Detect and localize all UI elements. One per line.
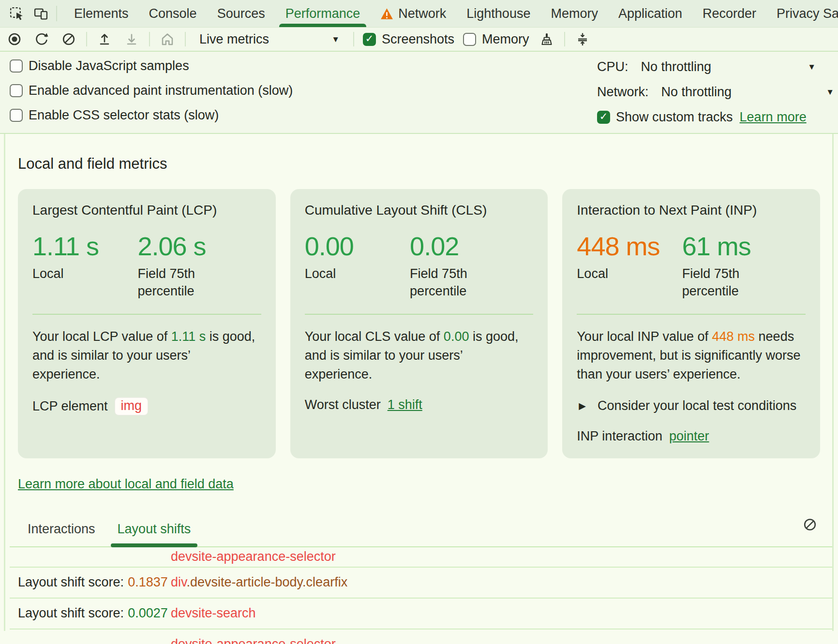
panel-right-border <box>832 134 834 631</box>
tab-performance[interactable]: Performance <box>275 0 371 27</box>
checkbox-box <box>463 33 476 46</box>
score-value: 0.0027 <box>124 606 168 620</box>
checkbox-label: Show custom tracks <box>616 110 733 125</box>
local-test-conditions-disclosure[interactable]: ▶ Consider your local test conditions <box>577 398 806 413</box>
tabbar-corner-icons <box>0 5 64 22</box>
lcp-element-row: LCP element img <box>32 397 261 415</box>
settings-checkbox-column: Disable JavaScript samples Enable advanc… <box>10 59 293 125</box>
field-value: 61 ms <box>682 233 806 260</box>
lcp-card: Largest Contentful Paint (LCP) 1.11 s Lo… <box>18 189 276 458</box>
learn-more-link[interactable]: Learn more <box>740 110 807 125</box>
local-value: 0.00 <box>305 233 410 260</box>
tab-application[interactable]: Application <box>608 0 692 27</box>
screenshots-checkbox[interactable]: Screenshots <box>363 32 454 47</box>
disclosure-label: Consider your local test conditions <box>598 398 796 413</box>
css-selector-stats-checkbox[interactable]: Enable CSS selector stats (slow) <box>10 108 293 123</box>
local-value-block: 448 ms Local <box>577 233 682 300</box>
panel-left-border <box>4 134 5 631</box>
tab-elements[interactable]: Elements <box>64 0 139 27</box>
tab-label: Network <box>398 6 446 21</box>
memory-checkbox[interactable]: Memory <box>463 32 529 47</box>
home-live-metrics-icon[interactable] <box>159 30 176 48</box>
settings-throttling-column: CPU: No throttling ▼ Network: No throttl… <box>597 59 828 125</box>
collapse-sections-icon[interactable] <box>574 30 591 48</box>
card-title: Largest Contentful Paint (LCP) <box>32 203 261 218</box>
network-value: No throttling <box>661 85 732 100</box>
field-value: 2.06 s <box>137 233 261 260</box>
cpu-value: No throttling <box>641 59 712 74</box>
tab-network[interactable]: Network <box>370 0 456 27</box>
device-toolbar-icon[interactable] <box>32 5 49 22</box>
checkbox-label: Memory <box>482 32 529 47</box>
card-values: 448 ms Local 61 ms Field 75th percentile <box>577 233 806 300</box>
tab-label: Interactions <box>28 522 95 536</box>
extra-label: INP interaction <box>577 429 662 444</box>
cpu-throttling-select[interactable]: CPU: No throttling ▼ <box>597 59 828 75</box>
shift-element-link[interactable]: devsite-appearance-selector <box>171 637 833 644</box>
shift-element-link[interactable]: devsite-search <box>171 606 833 621</box>
toolbar-separator <box>185 32 186 46</box>
tab-interactions[interactable]: Interactions <box>27 522 96 546</box>
brush-icon[interactable] <box>538 30 555 48</box>
checkbox-label: Enable advanced paint instrumentation (s… <box>29 83 293 98</box>
local-value-block: 1.11 s Local <box>32 233 137 300</box>
shift-element-link[interactable]: div.devsite-article-body.clearfix <box>171 575 833 590</box>
card-description: Your local INP value of 448 ms needs imp… <box>577 327 806 384</box>
cls-card: Cumulative Layout Shift (CLS) 0.00 Local… <box>290 189 548 458</box>
score-cell: Layout shift score:0.1837 <box>10 575 171 590</box>
checkbox-label: Disable JavaScript samples <box>29 59 189 73</box>
download-profile-icon[interactable] <box>123 30 140 48</box>
toolbar-separator <box>149 32 150 46</box>
tab-sources[interactable]: Sources <box>207 0 275 27</box>
tabbar-separator <box>56 6 57 21</box>
field-label: Field 75th percentile <box>137 265 254 300</box>
desc-value: 0.00 <box>444 329 469 344</box>
tab-label: Layout shifts <box>118 522 191 536</box>
inp-card: Interaction to Next Paint (INP) 448 ms L… <box>562 189 820 458</box>
tab-lighthouse[interactable]: Lighthouse <box>456 0 540 27</box>
desc-text: Your local LCP value of <box>32 329 171 344</box>
checkbox-box <box>10 109 23 122</box>
learn-more-local-field-link[interactable]: Learn more about local and field data <box>18 477 234 492</box>
history-select[interactable]: Live metrics ▼ <box>195 31 344 48</box>
field-value-block: 2.06 s Field 75th percentile <box>137 233 261 300</box>
layout-shift-row: Layout shift score:0.0027 devsite-search <box>10 599 833 629</box>
checkbox-label: Enable CSS selector stats (slow) <box>29 108 219 123</box>
tab-privacy-sandbox[interactable]: Privacy Sandbox <box>766 0 838 27</box>
tab-layout-shifts[interactable]: Layout shifts <box>117 522 192 546</box>
toolbar-separator <box>353 32 354 46</box>
lcp-element-chip[interactable]: img <box>115 397 149 415</box>
disable-js-samples-checkbox[interactable]: Disable JavaScript samples <box>10 59 293 73</box>
tab-label: Lighthouse <box>466 6 530 21</box>
checkbox-label: Screenshots <box>382 32 454 47</box>
checkbox-box <box>363 33 376 46</box>
worst-cluster-link[interactable]: 1 shift <box>388 397 422 412</box>
tab-console[interactable]: Console <box>139 0 207 27</box>
clear-log-icon[interactable] <box>801 516 819 533</box>
clear-icon[interactable] <box>60 30 77 48</box>
desc-value: 1.11 s <box>171 329 206 344</box>
tab-label: Application <box>618 6 682 21</box>
local-value: 448 ms <box>577 233 682 260</box>
field-label: Field 75th percentile <box>682 265 798 300</box>
logs-tabbar: Interactions Layout shifts <box>10 522 833 547</box>
advanced-paint-instrumentation-checkbox[interactable]: Enable advanced paint instrumentation (s… <box>10 83 293 98</box>
upload-profile-icon[interactable] <box>96 30 113 48</box>
card-description: Your local CLS value of 0.00 is good, an… <box>305 327 534 384</box>
tab-label: Privacy Sandbox <box>777 6 838 21</box>
tab-label: Memory <box>551 6 598 21</box>
record-icon[interactable] <box>6 30 23 48</box>
tab-recorder[interactable]: Recorder <box>692 0 766 27</box>
inp-interaction-link[interactable]: pointer <box>669 429 709 444</box>
inspect-element-icon[interactable] <box>8 5 25 22</box>
reload-record-icon[interactable] <box>33 30 50 48</box>
tab-memory[interactable]: Memory <box>540 0 608 27</box>
tab-label: Console <box>149 6 197 21</box>
show-custom-tracks-checkbox[interactable]: Show custom tracks <box>597 110 733 125</box>
warning-icon <box>380 8 393 20</box>
local-label: Local <box>305 265 410 282</box>
shift-element-link[interactable]: devsite-appearance-selector <box>171 549 833 564</box>
network-throttling-select[interactable]: Network: No throttling ▼ <box>597 84 828 100</box>
extra-label: LCP element <box>32 399 108 414</box>
field-value: 0.02 <box>410 233 533 260</box>
